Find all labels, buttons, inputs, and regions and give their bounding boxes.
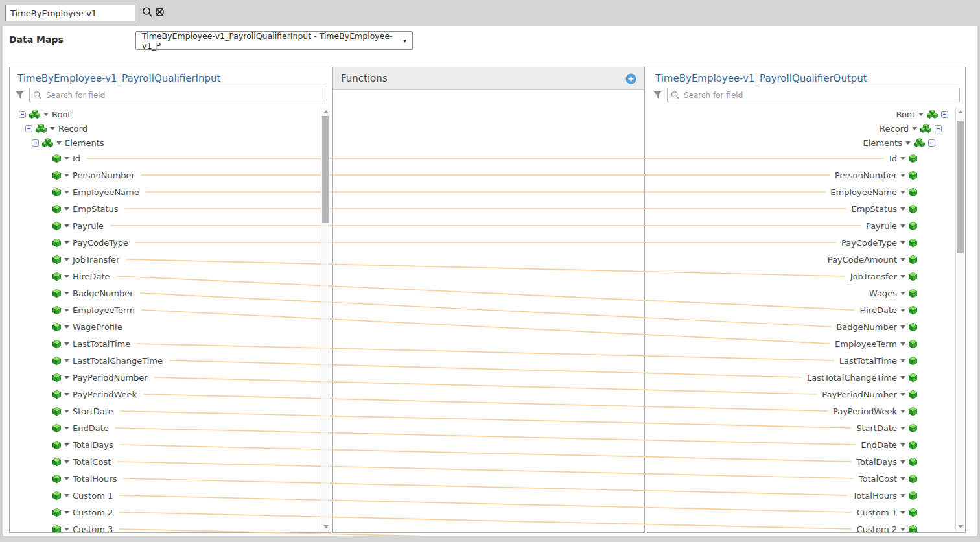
chevron-down-icon[interactable] (900, 325, 905, 329)
input-panel-scrollbar[interactable] (321, 107, 330, 532)
chevron-down-icon[interactable] (900, 207, 905, 211)
scroll-down-icon[interactable] (323, 525, 329, 528)
tree-node-id[interactable]: Id (10, 150, 331, 167)
tree-node-jobtransfer[interactable]: JobTransfer (648, 268, 965, 285)
chevron-down-icon[interactable] (64, 342, 69, 346)
collapse-icon[interactable] (941, 111, 948, 118)
tree-node-id[interactable]: Id (648, 150, 965, 167)
chevron-down-icon[interactable] (64, 376, 69, 379)
tree-node-badgenumber[interactable]: BadgeNumber (648, 318, 965, 335)
chevron-down-icon[interactable] (900, 191, 905, 194)
tree-node-paycodetype[interactable]: PayCodeType (648, 234, 965, 251)
chevron-down-icon[interactable] (900, 174, 905, 177)
tree-node-empstatus[interactable]: EmpStatus (10, 200, 331, 217)
scrollbar-thumb[interactable] (957, 121, 964, 253)
tree-node-startdate[interactable]: StartDate (648, 419, 965, 436)
chevron-down-icon[interactable] (64, 275, 69, 278)
tree-node-lasttotaltime[interactable]: LastTotalTime (10, 335, 331, 352)
tree-node-custom-2[interactable]: Custom 2 (648, 521, 965, 533)
output-field-search[interactable] (667, 88, 960, 102)
process-search-input[interactable] (5, 5, 135, 21)
tree-node-root[interactable]: Root (648, 107, 965, 121)
tree-node-lasttotaltime[interactable]: LastTotalTime (648, 352, 965, 369)
tree-node-lasttotalchangetime[interactable]: LastTotalChangeTime (648, 369, 965, 386)
chevron-down-icon[interactable] (64, 477, 69, 480)
chevron-down-icon[interactable] (900, 241, 905, 244)
chevron-down-icon[interactable] (900, 342, 905, 346)
tree-node-payrule[interactable]: Payrule (10, 217, 331, 234)
chevron-down-icon[interactable] (64, 207, 69, 211)
chevron-down-icon[interactable] (64, 292, 69, 295)
chevron-down-icon[interactable] (912, 127, 917, 130)
collapse-icon[interactable] (25, 125, 32, 132)
tree-node-payperiodweek[interactable]: PayPeriodWeek (10, 386, 331, 403)
chevron-down-icon[interactable] (64, 325, 69, 329)
tree-node-personnumber[interactable]: PersonNumber (10, 167, 331, 183)
chevron-down-icon[interactable] (900, 224, 905, 228)
tree-node-totalhours[interactable]: TotalHours (648, 487, 965, 504)
scroll-down-icon[interactable] (958, 525, 963, 528)
scroll-up-icon[interactable] (958, 110, 963, 113)
tree-node-paycodetype[interactable]: PayCodeType (10, 234, 331, 251)
chevron-down-icon[interactable] (64, 393, 69, 396)
chevron-down-icon[interactable] (900, 528, 905, 531)
chevron-down-icon[interactable] (900, 157, 905, 160)
tree-node-custom-1[interactable]: Custom 1 (10, 487, 331, 504)
chevron-down-icon[interactable] (900, 275, 905, 278)
tree-node-personnumber[interactable]: PersonNumber (648, 167, 965, 183)
chevron-down-icon[interactable] (900, 376, 905, 379)
tree-node-record[interactable]: Record (10, 121, 331, 136)
chevron-down-icon[interactable] (64, 241, 69, 244)
clear-search-icon[interactable] (154, 6, 165, 20)
chevron-down-icon[interactable] (918, 113, 924, 116)
chevron-down-icon[interactable] (64, 494, 69, 497)
chevron-down-icon[interactable] (900, 309, 905, 312)
input-field-search[interactable] (29, 88, 325, 102)
tree-node-payperiodnumber[interactable]: PayPeriodNumber (648, 386, 965, 403)
chevron-down-icon[interactable] (64, 410, 69, 413)
tree-node-totaldays[interactable]: TotalDays (10, 436, 331, 453)
chevron-down-icon[interactable] (905, 141, 911, 145)
chevron-down-icon[interactable] (900, 258, 905, 261)
chevron-down-icon[interactable] (64, 224, 69, 228)
chevron-down-icon[interactable] (64, 528, 69, 531)
tree-node-totaldays[interactable]: TotalDays (648, 453, 965, 470)
chevron-down-icon[interactable] (64, 460, 69, 464)
tree-node-wages[interactable]: Wages (648, 285, 965, 301)
tree-node-record[interactable]: Record (648, 121, 965, 136)
output-panel-scrollbar[interactable] (955, 107, 964, 532)
chevron-down-icon[interactable] (900, 410, 905, 413)
chevron-down-icon[interactable] (64, 157, 69, 160)
collapse-icon[interactable] (32, 139, 39, 147)
tree-node-payperiodweek[interactable]: PayPeriodWeek (648, 403, 965, 419)
data-maps-select[interactable]: TimeByEmployee-v1_PayrollQualifierInput … (135, 31, 413, 50)
tree-node-badgenumber[interactable]: BadgeNumber (10, 285, 331, 301)
tree-node-totalcost[interactable]: TotalCost (10, 453, 331, 470)
tree-node-custom-1[interactable]: Custom 1 (648, 504, 965, 521)
chevron-down-icon[interactable] (64, 359, 69, 362)
collapse-icon[interactable] (928, 139, 935, 147)
chevron-down-icon[interactable] (64, 174, 69, 177)
chevron-down-icon[interactable] (64, 427, 69, 430)
chevron-down-icon[interactable] (64, 443, 69, 447)
chevron-down-icon[interactable] (900, 477, 905, 480)
scroll-up-icon[interactable] (323, 110, 329, 113)
chevron-down-icon[interactable] (43, 113, 49, 116)
filter-icon[interactable] (15, 90, 25, 100)
chevron-down-icon[interactable] (50, 127, 55, 130)
search-icon[interactable] (142, 6, 153, 20)
add-function-button[interactable] (625, 73, 636, 84)
chevron-down-icon[interactable] (900, 443, 905, 447)
tree-node-custom-2[interactable]: Custom 2 (10, 504, 331, 521)
chevron-down-icon[interactable] (64, 258, 69, 261)
tree-node-employeeterm[interactable]: EmployeeTerm (648, 335, 965, 352)
collapse-icon[interactable] (19, 111, 26, 118)
tree-node-jobtransfer[interactable]: JobTransfer (10, 251, 331, 268)
filter-icon[interactable] (653, 90, 662, 100)
tree-node-enddate[interactable]: EndDate (10, 419, 331, 436)
tree-node-paycodeamount[interactable]: PayCodeAmount (648, 251, 965, 268)
tree-node-totalcost[interactable]: TotalCost (648, 470, 965, 487)
chevron-down-icon[interactable] (64, 191, 69, 194)
scrollbar-thumb[interactable] (322, 116, 329, 223)
chevron-down-icon[interactable] (900, 511, 905, 514)
